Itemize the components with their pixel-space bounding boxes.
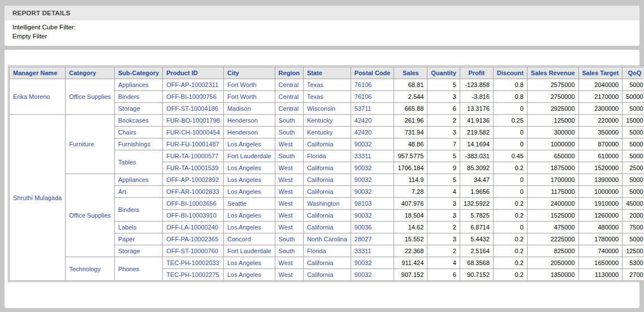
column-header-discount[interactable]: Discount [493,67,527,79]
cell-region[interactable]: Central [275,103,303,115]
cell-manager-name[interactable]: Shruthi Mulagada [10,115,66,281]
column-header-category[interactable]: Category [66,67,115,79]
column-header-city[interactable]: City [223,67,275,79]
cell-state[interactable]: California [303,269,351,281]
cell-state[interactable]: Kentucky [303,115,351,127]
cell-region[interactable]: West [275,222,303,233]
column-header-product-id[interactable]: Product ID [163,67,224,79]
cell-region[interactable]: Central [275,79,303,91]
cell-region[interactable]: Central [275,91,303,103]
cell-product-id[interactable]: FUR-BO-10001798 [163,115,224,127]
cell-region[interactable]: West [275,186,303,198]
cell-city[interactable]: Los Angeles [223,174,275,186]
cell-product-id[interactable]: OFF-AR-10002833 [163,186,224,198]
cell-city[interactable]: Los Angeles [223,222,275,233]
cell-product-id[interactable]: OFF-BI-10003910 [163,210,224,222]
column-header-quantity[interactable]: Quantity [427,67,460,79]
column-header-profit[interactable]: Profit [460,67,493,79]
column-header-postal-code[interactable]: Postal Code [351,67,394,79]
cell-sub-category[interactable]: Bookcases [115,115,163,127]
column-header-state[interactable]: State [303,67,351,79]
cell-product-id[interactable]: TEC-PH-10002275 [163,269,224,281]
cell-state[interactable]: Washington [303,198,351,210]
cell-city[interactable]: Fort Worth [223,79,275,91]
cell-product-id[interactable]: OFF-PA-10002365 [163,233,224,245]
column-header-sales-target[interactable]: Sales Target [578,67,623,79]
cell-city[interactable]: Los Angeles [223,210,275,222]
cell-postal-code[interactable]: 90032 [351,186,394,198]
cell-sub-category[interactable]: Binders [115,198,163,222]
column-header-region[interactable]: Region [275,67,303,79]
cell-region[interactable]: West [275,269,303,281]
cell-region[interactable]: West [275,210,303,222]
cell-sub-category[interactable]: Phones [115,257,163,281]
cell-category[interactable]: Office Supplies [66,79,115,115]
cell-postal-code[interactable]: 42420 [351,115,394,127]
cell-postal-code[interactable]: 28027 [351,233,394,245]
cell-state[interactable]: California [303,222,351,233]
cell-city[interactable]: Los Angeles [223,257,275,269]
cell-product-id[interactable]: FUR-CH-10000454 [163,127,224,138]
cell-region[interactable]: South [275,127,303,138]
cell-postal-code[interactable]: 53711 [351,103,394,115]
cell-region[interactable]: West [275,174,303,186]
cell-city[interactable]: Los Angeles [223,138,275,150]
cell-sub-category[interactable]: Furnishings [115,138,163,150]
cell-region[interactable]: West [275,162,303,174]
cell-state[interactable]: Wisconsin [303,103,351,115]
column-header-qoq[interactable]: QoQ [623,67,644,79]
cell-product-id[interactable]: FUR-TA-10001539 [163,162,224,174]
cell-postal-code[interactable]: 76106 [351,79,394,91]
cell-city[interactable]: Fort Lauderdale [223,150,275,162]
cell-postal-code[interactable]: 90032 [351,257,394,269]
cell-sub-category[interactable]: Appliances [115,174,163,186]
cell-product-id[interactable]: OFF-ST-10000760 [163,245,224,257]
cell-product-id[interactable]: TEC-PH-10002033 [163,257,224,269]
cell-region[interactable]: South [275,115,303,127]
cell-state[interactable]: California [303,257,351,269]
cell-postal-code[interactable]: 90032 [351,138,394,150]
cell-state[interactable]: California [303,162,351,174]
cell-product-id[interactable]: OFF-AP-10002892 [163,174,224,186]
cell-city[interactable]: Madison [223,103,275,115]
cell-city[interactable]: Concord [223,233,275,245]
cell-state[interactable]: Texas [303,79,351,91]
cell-product-id[interactable]: OFF-BI-10003656 [163,198,224,210]
cell-city[interactable]: Los Angeles [223,162,275,174]
cell-postal-code[interactable]: 33311 [351,150,394,162]
cell-sub-category[interactable]: Storage [115,103,163,115]
cell-postal-code[interactable]: 90036 [351,222,394,233]
cell-state[interactable]: Florida [303,245,351,257]
cell-region[interactable]: West [275,138,303,150]
cell-state[interactable]: Florida [303,150,351,162]
cell-region[interactable]: South [275,245,303,257]
cell-region[interactable]: West [275,257,303,269]
cell-postal-code[interactable]: 42420 [351,127,394,138]
cell-product-id[interactable]: OFF-ST-10004186 [163,103,224,115]
cell-city[interactable]: Fort Lauderdale [223,245,275,257]
column-header-sales[interactable]: Sales [394,67,427,79]
cell-state[interactable]: Kentucky [303,127,351,138]
cell-city[interactable]: Fort Worth [223,91,275,103]
cell-sub-category[interactable]: Labels [115,222,163,233]
cell-sub-category[interactable]: Binders [115,91,163,103]
cell-state[interactable]: California [303,210,351,222]
column-header-sub-category[interactable]: Sub-Category [115,67,163,79]
cell-postal-code[interactable]: 90032 [351,269,394,281]
cell-city[interactable]: Henderson [223,127,275,138]
cell-city[interactable]: Henderson [223,115,275,127]
cell-state[interactable]: California [303,138,351,150]
cell-state[interactable]: Texas [303,91,351,103]
cell-postal-code[interactable]: 98103 [351,198,394,210]
cell-sub-category[interactable]: Tables [115,150,163,174]
cell-sub-category[interactable]: Storage [115,245,163,257]
column-header-manager-name[interactable]: Manager Name [10,67,66,79]
cell-postal-code[interactable]: 90032 [351,162,394,174]
cell-product-id[interactable]: OFF-BI-10000756 [163,91,224,103]
cell-region[interactable]: South [275,233,303,245]
cell-sub-category[interactable]: Appliances [115,79,163,91]
column-header-sales-revenue[interactable]: Sales Revenue [527,67,578,79]
cell-state[interactable]: California [303,186,351,198]
cell-postal-code[interactable]: 33311 [351,245,394,257]
cell-postal-code[interactable]: 90032 [351,210,394,222]
